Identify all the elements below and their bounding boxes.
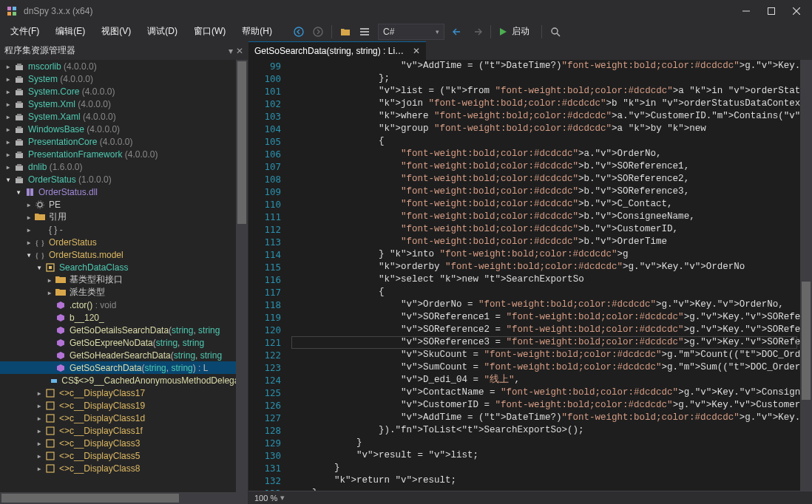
menu-view[interactable]: 视图(V) [94, 22, 138, 41]
menu-edit[interactable]: 编辑(E) [48, 22, 92, 41]
undo-button[interactable] [449, 24, 467, 40]
tree-node-label: GetSoHeaderSearchData(string, string [70, 350, 222, 361]
tree-twist-icon[interactable] [44, 287, 55, 298]
tree-asm-system[interactable]: System (4.0.0.0) [0, 72, 236, 85]
svg-rect-25 [16, 128, 23, 133]
panel-close-icon[interactable]: ✕ [236, 46, 243, 56]
tree-ns-dash[interactable]: { } - [0, 223, 236, 236]
tree-nested-17[interactable]: <>c__DisplayClass17 [0, 386, 236, 399]
editor-vertical-scrollbar[interactable] [800, 60, 812, 491]
tree-twist-icon[interactable] [3, 99, 13, 109]
tree-twist-icon[interactable] [34, 401, 44, 411]
tree-twist-icon[interactable] [3, 174, 13, 185]
tree-node-icon [13, 111, 25, 123]
tree-node-label: SearchDataClass [59, 262, 128, 273]
tree-twist-icon[interactable] [3, 86, 13, 97]
tree-asm-prescore[interactable]: PresentationCore (4.0.0.0) [0, 135, 236, 148]
tree-nested-5[interactable]: <>c__DisplayClass5 [0, 449, 236, 462]
tree-twist-icon[interactable] [34, 438, 44, 449]
assembly-tree[interactable]: mscorlib (4.0.0.0) System (4.0.0.0) Syst… [0, 60, 248, 492]
tree-twist-icon[interactable] [3, 149, 13, 160]
code-editor[interactable]: 9910010110210310410510610710810911011111… [248, 60, 812, 491]
maximize-button[interactable] [759, 0, 784, 21]
tree-node-label: .ctor() : void [70, 300, 116, 310]
tree-twist-icon[interactable] [24, 237, 34, 248]
tree-twist-icon[interactable] [24, 200, 34, 210]
tree-method-expree[interactable]: GetSoExpreeNoData(string, string [0, 336, 236, 349]
tree-nested-1f[interactable]: <>c__DisplayClass1f [0, 424, 236, 437]
search-button[interactable] [547, 24, 564, 40]
tree-asm-mscorlib[interactable]: mscorlib (4.0.0.0) [0, 60, 236, 72]
minimize-button[interactable] [734, 0, 759, 21]
tree-asm-dnlib[interactable]: dnlib (1.6.0.0) [0, 160, 236, 173]
tree-node-icon [13, 86, 25, 98]
tree-nested-3[interactable]: <>c__DisplayClass3 [0, 437, 236, 449]
tree-twist-icon[interactable] [44, 275, 55, 285]
tree-asm-orderstatus[interactable]: OrderStatus (1.0.0.0) [0, 173, 236, 185]
tree-dll-orderstatus[interactable]: OrderStatus.dll [0, 185, 236, 198]
tree-ns-model[interactable]: { } OrderStatus.model [0, 248, 236, 261]
zoom-chevron-icon[interactable]: ▾ [280, 493, 285, 503]
tree-horizontal-scrollbar[interactable] [0, 492, 248, 504]
svg-rect-41 [51, 379, 57, 383]
tree-node-icon [55, 287, 67, 299]
tree-twist-icon[interactable] [34, 413, 44, 423]
tree-twist-icon[interactable] [34, 262, 44, 273]
tree-nested-1d[interactable]: <>c__DisplayClass1d [0, 412, 236, 424]
menu-debug[interactable]: 调试(D) [140, 22, 185, 41]
tree-twist-icon[interactable] [3, 124, 13, 134]
tree-ctor[interactable]: .ctor() : void [0, 299, 236, 311]
tree-twist-icon[interactable] [3, 61, 13, 72]
tree-twist-icon[interactable] [3, 112, 13, 122]
tree-asm-sysxml[interactable]: System.Xml (4.0.0.0) [0, 98, 236, 110]
tree-twist-icon[interactable] [3, 74, 13, 84]
tree-refs[interactable]: 引用 [0, 211, 236, 223]
tree-nested-8[interactable]: <>c__DisplayClass8 [0, 462, 236, 474]
tree-method-anon[interactable]: b__120_ [0, 311, 236, 324]
tree-twist-icon[interactable] [24, 212, 34, 222]
start-button[interactable]: 启动 [495, 24, 537, 40]
nav-forward-button[interactable] [309, 24, 327, 40]
tree-asm-syscore[interactable]: System.Core (4.0.0.0) [0, 85, 236, 98]
tree-twist-icon[interactable] [34, 426, 44, 436]
code-content[interactable]: "v">AddTime = ("t">DateTime?)"font-weigh… [290, 60, 800, 491]
nav-back-button[interactable] [290, 24, 308, 40]
svg-rect-11 [360, 31, 369, 33]
menu-window[interactable]: 窗口(W) [186, 22, 233, 41]
panel-menu-icon[interactable]: ▾ [229, 46, 233, 56]
editor-tab[interactable]: GetSoSearchData(string, string) : List..… [248, 41, 426, 60]
tree-asm-winbase[interactable]: WindowsBase (4.0.0.0) [0, 123, 236, 135]
tree-folder-base[interactable]: 基类型和接口 [0, 273, 236, 286]
tree-folder-derived[interactable]: 派生类型 [0, 286, 236, 299]
close-button[interactable] [784, 0, 809, 21]
tree-asm-presfw[interactable]: PresentationFramework (4.0.0.0) [0, 148, 236, 160]
tree-twist-icon[interactable] [3, 162, 13, 172]
tree-pe[interactable]: PE [0, 198, 236, 211]
tree-twist-icon[interactable] [24, 225, 34, 235]
menu-help[interactable]: 帮助(H) [234, 22, 280, 41]
list-button[interactable] [356, 24, 373, 40]
tree-ns-orderstatus[interactable]: { } OrderStatus [0, 236, 236, 248]
tree-nested-19[interactable]: <>c__DisplayClass19 [0, 399, 236, 412]
tree-node-icon [44, 437, 56, 449]
open-folder-button[interactable] [336, 24, 354, 40]
redo-button[interactable] [468, 24, 486, 40]
tree-method-search[interactable]: GetSoSearchData(string, string) : L [0, 361, 236, 374]
tree-twist-icon[interactable] [3, 137, 13, 147]
tree-field-cached[interactable]: CS$<>9__CachedAnonymousMethodDelegate [0, 374, 236, 386]
tree-twist-icon[interactable] [34, 463, 44, 474]
tab-close-icon[interactable]: ✕ [413, 46, 420, 56]
tree-vertical-scrollbar[interactable] [236, 60, 248, 492]
language-combo[interactable]: C# ▾ [378, 24, 444, 40]
tree-twist-icon[interactable] [13, 187, 24, 197]
zoom-level[interactable]: 100 % [254, 494, 277, 503]
tree-twist-icon[interactable] [34, 388, 44, 398]
chevron-down-icon: ▾ [436, 28, 439, 35]
tree-method-details[interactable]: GetSoDetailsSearchData(string, string [0, 324, 236, 336]
tree-twist-icon[interactable] [34, 451, 44, 461]
tree-twist-icon[interactable] [24, 250, 34, 260]
menu-file[interactable]: 文件(F) [3, 22, 47, 41]
tree-method-header[interactable]: GetSoHeaderSearchData(string, string [0, 349, 236, 361]
tree-asm-sysxaml[interactable]: System.Xaml (4.0.0.0) [0, 110, 236, 123]
tree-cls-searchdata[interactable]: SearchDataClass [0, 261, 236, 273]
